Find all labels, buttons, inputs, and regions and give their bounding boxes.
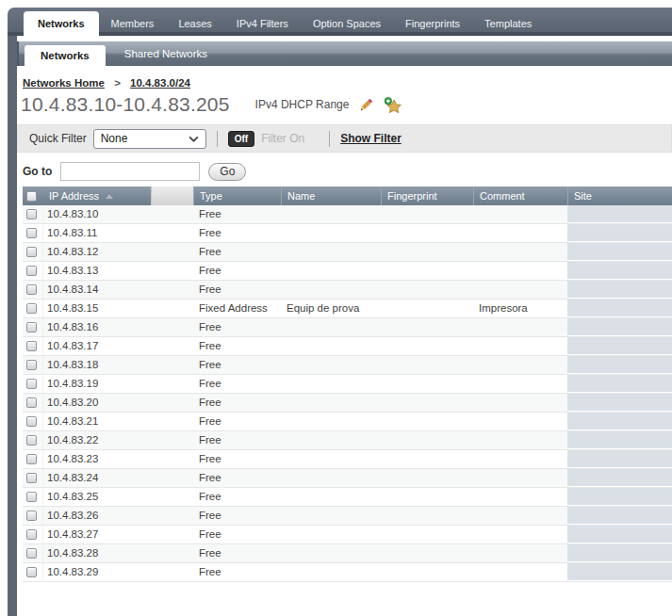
table-row[interactable]: 10.4.83.26 Free — [23, 507, 672, 526]
breadcrumb-networks-home[interactable]: Networks Home — [23, 77, 105, 89]
cell-site — [567, 431, 672, 449]
row-checkbox-cell — [23, 450, 43, 468]
table-row[interactable]: 10.4.83.20 Free — [23, 394, 672, 413]
table-row[interactable]: 10.4.83.18 Free — [23, 356, 672, 375]
cell-ip-address: 10.4.83.11 — [43, 224, 193, 242]
cell-type: Free — [193, 469, 281, 487]
column-header-fingerprint[interactable]: Fingerprint — [381, 186, 473, 205]
cell-type: Free — [193, 431, 281, 449]
table-row[interactable]: 10.4.83.17 Free — [23, 337, 672, 356]
table-row[interactable]: 10.4.83.21 Free — [23, 413, 672, 431]
top-tab-label: Templates — [484, 18, 532, 29]
row-checkbox[interactable] — [26, 511, 37, 521]
cell-site — [567, 488, 672, 506]
show-filter-link[interactable]: Show Filter — [340, 132, 402, 145]
table-row[interactable]: 10.4.83.15 Fixed Address Equip de prova … — [23, 300, 672, 318]
sub-tab[interactable]: Networks — [25, 45, 106, 66]
row-checkbox-cell — [23, 488, 43, 506]
select-all-checkbox[interactable] — [26, 191, 37, 202]
table-row[interactable]: 10.4.83.11 Free — [23, 224, 672, 243]
row-checkbox[interactable] — [26, 266, 37, 276]
cell-type: Free — [193, 243, 281, 261]
goto-input[interactable] — [60, 162, 200, 181]
column-header-name[interactable]: Name — [281, 186, 381, 205]
table-row[interactable]: 10.4.83.23 Free — [23, 450, 672, 469]
cell-name — [281, 337, 381, 355]
cell-fingerprint — [381, 243, 473, 261]
table-row[interactable]: 10.4.83.29 Free — [23, 563, 672, 582]
row-checkbox[interactable] — [26, 379, 37, 389]
table-row[interactable]: 10.4.83.28 Free — [23, 544, 672, 563]
cell-comment — [473, 356, 567, 374]
star-add-icon[interactable] — [384, 97, 402, 113]
row-checkbox[interactable] — [26, 567, 37, 577]
row-checkbox-cell — [23, 243, 43, 261]
row-checkbox[interactable] — [26, 454, 37, 464]
top-tab[interactable]: Fingerprints — [393, 12, 472, 36]
cell-name — [281, 375, 381, 393]
top-tab[interactable]: Networks — [24, 11, 99, 36]
row-checkbox[interactable] — [26, 303, 37, 314]
top-tab-label: Leases — [178, 18, 211, 29]
cell-site — [567, 469, 672, 487]
cell-type: Free — [193, 507, 281, 525]
row-checkbox[interactable] — [26, 416, 37, 427]
row-checkbox[interactable] — [26, 473, 37, 483]
top-tab[interactable]: Leases — [166, 12, 223, 36]
table-row[interactable]: 10.4.83.22 Free — [23, 431, 672, 450]
table-row[interactable]: 10.4.83.24 Free — [23, 469, 672, 488]
row-checkbox-cell — [23, 544, 43, 562]
cell-comment — [473, 224, 567, 242]
row-checkbox[interactable] — [26, 322, 37, 332]
cell-comment — [473, 431, 567, 449]
filter-toggle-button[interactable]: Off — [228, 131, 254, 147]
cell-site — [567, 375, 672, 393]
quick-filter-select[interactable]: None — [93, 129, 206, 149]
cell-type: Free — [193, 205, 281, 223]
column-header-ip-address[interactable]: IP Address — [43, 186, 151, 205]
row-checkbox[interactable] — [26, 435, 37, 446]
row-checkbox[interactable] — [26, 341, 37, 351]
cell-type: Free — [193, 281, 281, 299]
cell-type: Free — [193, 356, 281, 374]
top-tab[interactable]: Option Spaces — [301, 12, 393, 36]
table-row[interactable]: 10.4.83.16 Free — [23, 318, 672, 337]
table-row[interactable]: 10.4.83.14 Free — [23, 281, 672, 300]
top-tab[interactable]: Members — [99, 12, 167, 36]
table-row[interactable]: 10.4.83.25 Free — [23, 488, 672, 507]
go-button[interactable]: Go — [208, 163, 246, 181]
column-header-site[interactable]: Site — [567, 186, 672, 205]
row-checkbox[interactable] — [26, 397, 37, 408]
table-row[interactable]: 10.4.83.12 Free — [23, 243, 672, 262]
column-header-comment[interactable]: Comment — [473, 186, 567, 205]
row-checkbox[interactable] — [26, 492, 37, 502]
cell-name — [281, 262, 381, 280]
cell-site — [567, 262, 672, 280]
row-checkbox-cell — [23, 431, 43, 449]
table-row[interactable]: 10.4.83.10 Free — [23, 205, 672, 224]
row-checkbox[interactable] — [26, 360, 37, 370]
table-row[interactable]: 10.4.83.13 Free — [23, 262, 672, 281]
top-tab-label: Networks — [38, 18, 85, 29]
breadcrumb-network[interactable]: 10.4.83.0/24 — [130, 77, 190, 89]
row-checkbox[interactable] — [26, 247, 37, 257]
sub-tab[interactable]: Shared Networks — [106, 41, 226, 66]
row-checkbox[interactable] — [26, 548, 37, 559]
cell-name — [281, 469, 381, 487]
cell-ip-address: 10.4.83.21 — [43, 413, 193, 430]
top-tab[interactable]: Templates — [472, 12, 544, 36]
row-checkbox-cell — [23, 526, 43, 543]
top-tab[interactable]: IPv4 Filters — [224, 12, 301, 36]
row-checkbox-cell — [23, 318, 43, 336]
row-checkbox[interactable] — [26, 209, 37, 219]
cell-ip-address: 10.4.83.20 — [43, 394, 193, 412]
table-row[interactable]: 10.4.83.27 Free — [23, 526, 672, 544]
row-checkbox[interactable] — [26, 284, 37, 295]
quick-filter-bar: Quick Filter None Off Filter On Show Fil… — [17, 124, 672, 153]
row-checkbox[interactable] — [26, 529, 37, 540]
cell-ip-address: 10.4.83.24 — [43, 469, 193, 487]
row-checkbox[interactable] — [26, 228, 37, 238]
pencil-icon[interactable] — [358, 97, 374, 113]
table-row[interactable]: 10.4.83.19 Free — [23, 375, 672, 394]
column-header-type[interactable]: Type — [193, 186, 281, 205]
